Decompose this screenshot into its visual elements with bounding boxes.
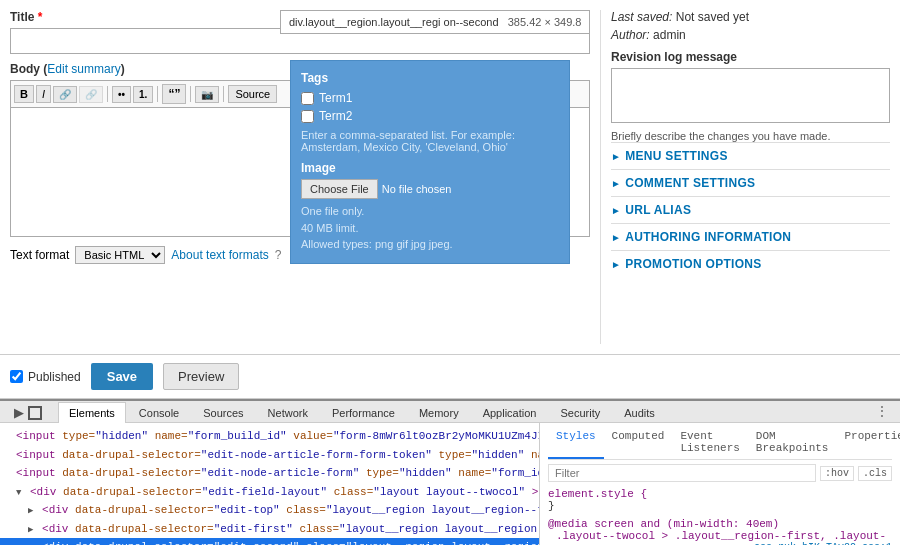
styles-tab-dom-breakpoints[interactable]: DOM Breakpoints <box>748 427 837 459</box>
actions-row: Published Save Preview <box>0 355 900 399</box>
filter-cls[interactable]: .cls <box>858 466 892 481</box>
toolbar-sep-4 <box>223 86 224 102</box>
styles-tabs: Styles Computed Event Listeners DOM Brea… <box>548 427 892 460</box>
revision-textarea[interactable] <box>611 68 890 123</box>
filter-hov[interactable]: :hov <box>820 466 854 481</box>
styles-tab-label: Styles <box>556 430 596 442</box>
styles-tab-computed[interactable]: Computed <box>604 427 673 459</box>
toolbar-sep-1 <box>107 86 108 102</box>
edit-summary-link[interactable]: Edit summary <box>47 62 120 76</box>
last-saved-label: Last saved: <box>611 10 672 24</box>
styles-panel: Styles Computed Event Listeners DOM Brea… <box>540 423 900 545</box>
last-saved-row: Last saved: Not saved yet <box>611 10 890 24</box>
filter-input[interactable] <box>548 464 816 482</box>
editor-area: Title * Body (Edit summary) B I 🔗 🔗 •• 1… <box>0 0 900 355</box>
about-text-formats-link[interactable]: About text formats <box>171 248 268 262</box>
devtools-content: <input type="hidden" name="form_build_id… <box>0 423 900 545</box>
tab-elements-label: Elements <box>69 407 115 419</box>
revision-hint: Briefly describe the changes you have ma… <box>611 130 890 142</box>
term2-row: Term2 <box>301 109 559 123</box>
bullet-list-button[interactable]: •• <box>112 86 131 103</box>
tab-performance-label: Performance <box>332 407 395 419</box>
title-label-text: Title <box>10 10 34 24</box>
unlink-button[interactable]: 🔗 <box>79 86 103 103</box>
number-list-button[interactable]: 1. <box>133 86 153 103</box>
tab-performance[interactable]: Performance <box>321 402 406 423</box>
tab-sources[interactable]: Sources <box>192 402 254 423</box>
styles-tab-styles[interactable]: Styles <box>548 427 604 459</box>
url-alias-label: URL ALIAS <box>625 203 691 217</box>
author-label: Author: <box>611 28 650 42</box>
revision-label: Revision log message <box>611 50 890 64</box>
file-hint-2: 40 MB limit. <box>301 220 559 237</box>
html-line-4[interactable]: ▼ <div data-drupal-selector="edit-field-… <box>0 483 539 502</box>
devtools-panel: ▶ Elements Console Sources Network Perfo… <box>0 399 900 545</box>
tab-elements[interactable]: Elements <box>58 402 126 423</box>
choose-file-button[interactable]: Choose File <box>301 179 378 199</box>
save-button[interactable]: Save <box>91 363 153 390</box>
devtools-icons: ⋮ <box>872 402 892 422</box>
left-panel: Title * Body (Edit summary) B I 🔗 🔗 •• 1… <box>10 10 590 344</box>
styles-tab-event-listeners[interactable]: Event Listeners <box>672 427 747 459</box>
authoring-info-arrow: ► <box>611 232 621 243</box>
body-label-text: Body <box>10 62 40 76</box>
menu-settings-arrow: ► <box>611 151 621 162</box>
devtools-bottom-icons: ▶ <box>8 403 52 422</box>
html-line-1[interactable]: <input type="hidden" name="form_build_id… <box>0 427 539 446</box>
box-icon[interactable] <box>28 406 42 420</box>
right-panel: Last saved: Not saved yet Author: admin … <box>600 10 890 344</box>
published-checkbox-label[interactable]: Published <box>10 370 81 384</box>
published-label: Published <box>28 370 81 384</box>
toolbar-sep-3 <box>190 86 191 102</box>
term1-checkbox[interactable] <box>301 92 314 105</box>
tooltip-dims: 385.42 × 349.8 <box>508 16 582 28</box>
html-line-7[interactable]: ▼ <div data-drupal-selector="edit-second… <box>0 538 539 545</box>
file-hint-3: Allowed types: png gif jpg jpeg. <box>301 236 559 253</box>
html-line-2[interactable]: <input data-drupal-selector="edit-node-a… <box>0 446 539 465</box>
styles-tab-properties[interactable]: Properties <box>836 427 900 459</box>
text-format-select[interactable]: Basic HTML <box>75 246 165 264</box>
source-button[interactable]: Source <box>228 85 277 103</box>
tab-network-label: Network <box>268 407 308 419</box>
tab-application[interactable]: Application <box>472 402 548 423</box>
comment-settings-item[interactable]: ► COMMENT SETTINGS <box>611 169 890 196</box>
cursor-icon[interactable]: ▶ <box>14 405 24 420</box>
help-icon[interactable]: ? <box>275 248 282 262</box>
tab-sources-label: Sources <box>203 407 243 419</box>
comment-settings-arrow: ► <box>611 178 621 189</box>
tab-audits[interactable]: Audits <box>613 402 666 423</box>
term2-checkbox[interactable] <box>301 110 314 123</box>
url-alias-arrow: ► <box>611 205 621 216</box>
tab-network[interactable]: Network <box>257 402 319 423</box>
html-line-5[interactable]: ▶ <div data-drupal-selector="edit-top" c… <box>0 501 539 520</box>
tab-console[interactable]: Console <box>128 402 190 423</box>
html-line-3[interactable]: <input data-drupal-selector="edit-node-a… <box>0 464 539 483</box>
blockquote-button[interactable]: “” <box>162 84 186 104</box>
italic-button[interactable]: I <box>36 85 51 103</box>
tab-audits-label: Audits <box>624 407 655 419</box>
preview-button[interactable]: Preview <box>163 363 239 390</box>
url-alias-item[interactable]: ► URL ALIAS <box>611 196 890 223</box>
tab-memory-label: Memory <box>419 407 459 419</box>
filter-row: :hov .cls <box>548 464 892 482</box>
devtools-more-button[interactable]: ⋮ <box>872 402 892 420</box>
tab-security[interactable]: Security <box>549 402 611 423</box>
promotion-options-item[interactable]: ► PROMOTION OPTIONS <box>611 250 890 277</box>
tab-security-label: Security <box>560 407 600 419</box>
elements-panel: <input type="hidden" name="form_build_id… <box>0 423 540 545</box>
properties-tab-label: Properties <box>844 430 900 442</box>
html-line-6[interactable]: ▶ <div data-drupal-selector="edit-first"… <box>0 520 539 539</box>
tags-section-title: Tags <box>301 71 559 85</box>
link-button[interactable]: 🔗 <box>53 86 77 103</box>
bold-button[interactable]: B <box>14 85 34 103</box>
published-checkbox[interactable] <box>10 370 23 383</box>
tab-memory[interactable]: Memory <box>408 402 470 423</box>
authoring-info-item[interactable]: ► AUTHORING INFORMATION <box>611 223 890 250</box>
menu-settings-item[interactable]: ► MENU SETTINGS <box>611 142 890 169</box>
author-row: Author: admin <box>611 28 890 42</box>
image-button[interactable]: 📷 <box>195 86 219 103</box>
computed-tab-label: Computed <box>612 430 665 442</box>
dom-breakpoints-tab-label: DOM Breakpoints <box>756 430 829 454</box>
term1-label: Term1 <box>319 91 352 105</box>
tab-application-label: Application <box>483 407 537 419</box>
